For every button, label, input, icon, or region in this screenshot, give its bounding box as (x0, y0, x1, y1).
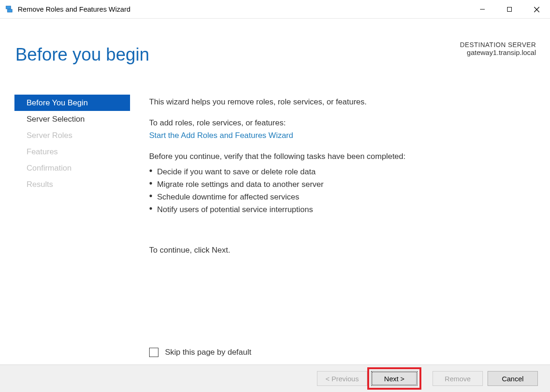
destination-server-block: DESTINATION SERVER gateway1.transip.loca… (460, 41, 536, 56)
titlebar: Remove Roles and Features Wizard (0, 0, 550, 19)
add-prompt-text: To add roles, role services, or features… (149, 117, 531, 129)
add-roles-link[interactable]: Start the Add Roles and Features Wizard (149, 129, 531, 142)
intro-text: This wizard helps you remove roles, role… (149, 96, 531, 108)
destination-server-name: gateway1.transip.local (460, 48, 536, 56)
skip-page-row: Skip this page by default (149, 348, 251, 357)
task-list: Decide if you want to save or delete rol… (149, 165, 531, 216)
nav-button-pair: < Previous Next > (317, 367, 421, 390)
destination-server-label: DESTINATION SERVER (460, 41, 536, 48)
close-button[interactable] (523, 0, 550, 19)
main-content: This wizard helps you remove roles, role… (149, 96, 531, 265)
window-controls (469, 0, 550, 19)
skip-page-checkbox[interactable] (149, 348, 158, 357)
sidebar-item-features: Features (14, 144, 130, 160)
sidebar-item-server-selection[interactable]: Server Selection (14, 111, 130, 127)
previous-button: < Previous (317, 371, 367, 386)
maximize-button[interactable] (496, 0, 523, 19)
next-button-highlight: Next > (367, 367, 421, 390)
next-button[interactable]: Next > (371, 371, 418, 386)
cancel-button[interactable]: Cancel (488, 371, 538, 386)
sidebar-item-confirmation: Confirmation (14, 160, 130, 176)
window-title: Remove Roles and Features Wizard (18, 5, 131, 13)
svg-rect-1 (7, 9, 12, 12)
list-item: Decide if you want to save or delete rol… (149, 165, 531, 178)
sidebar-item-results: Results (14, 176, 130, 193)
continue-text: To continue, click Next. (149, 244, 531, 256)
list-item: Schedule downtime for affected services (149, 191, 531, 203)
server-manager-icon (5, 5, 14, 14)
verify-prompt-text: Before you continue, verify that the fol… (149, 150, 531, 163)
sidebar-item-before-you-begin[interactable]: Before You Begin (14, 95, 130, 111)
svg-rect-0 (6, 6, 11, 9)
content-area: Before you begin DESTINATION SERVER gate… (0, 19, 550, 364)
wizard-steps-sidebar: Before You Begin Server Selection Server… (14, 95, 130, 193)
minimize-button[interactable] (469, 0, 496, 19)
remove-button: Remove (433, 371, 483, 386)
page-title: Before you begin (15, 45, 149, 65)
list-item: Notify users of potential service interr… (149, 203, 531, 216)
svg-rect-3 (508, 7, 512, 12)
list-item: Migrate role settings and data to anothe… (149, 178, 531, 191)
sidebar-item-server-roles: Server Roles (14, 127, 130, 144)
skip-page-label: Skip this page by default (165, 348, 251, 357)
button-bar: < Previous Next > Remove Cancel (0, 364, 550, 392)
